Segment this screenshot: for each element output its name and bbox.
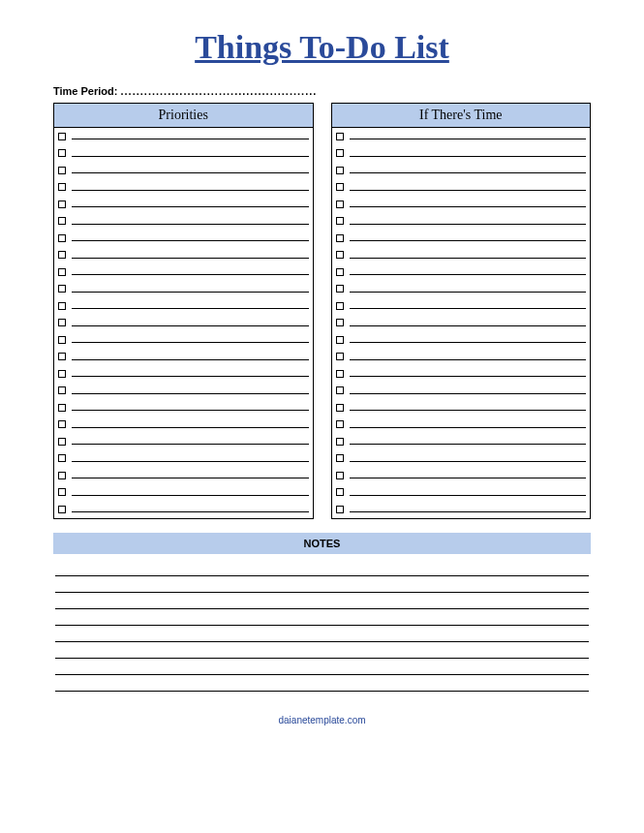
item-line[interactable] — [72, 444, 309, 445]
item-line[interactable] — [350, 427, 587, 428]
item-line[interactable] — [350, 325, 587, 326]
item-line[interactable] — [72, 393, 309, 394]
checkbox-icon[interactable] — [58, 285, 66, 293]
list-item[interactable] — [332, 162, 591, 179]
list-item[interactable] — [332, 450, 591, 468]
list-item[interactable] — [332, 467, 591, 484]
list-item[interactable] — [54, 281, 313, 298]
list-item[interactable] — [54, 213, 313, 231]
checkbox-icon[interactable] — [336, 336, 344, 344]
item-line[interactable] — [350, 292, 587, 293]
checkbox-icon[interactable] — [58, 217, 66, 225]
list-item[interactable] — [54, 247, 313, 264]
item-line[interactable] — [350, 139, 587, 139]
checkbox-icon[interactable] — [58, 370, 66, 378]
checkbox-icon[interactable] — [336, 319, 344, 326]
list-item[interactable] — [332, 263, 591, 281]
checkbox-icon[interactable] — [336, 420, 344, 428]
item-line[interactable] — [350, 478, 587, 478]
checkbox-icon[interactable] — [336, 217, 344, 225]
item-line[interactable] — [72, 342, 309, 343]
item-line[interactable] — [72, 139, 309, 139]
checkbox-icon[interactable] — [58, 404, 66, 412]
checkbox-icon[interactable] — [58, 336, 66, 344]
item-line[interactable] — [350, 342, 587, 343]
item-line[interactable] — [72, 478, 309, 478]
list-item[interactable] — [54, 484, 313, 502]
checkbox-icon[interactable] — [336, 438, 344, 446]
item-line[interactable] — [72, 240, 309, 241]
checkbox-icon[interactable] — [58, 386, 66, 394]
list-item[interactable] — [54, 383, 313, 400]
note-line[interactable] — [55, 675, 589, 692]
item-line[interactable] — [72, 292, 309, 293]
item-line[interactable] — [350, 172, 587, 173]
checkbox-icon[interactable] — [336, 183, 344, 191]
checkbox-icon[interactable] — [336, 302, 344, 310]
item-line[interactable] — [72, 461, 309, 462]
checkbox-icon[interactable] — [336, 506, 344, 513]
list-item[interactable] — [54, 433, 313, 450]
item-line[interactable] — [72, 308, 309, 309]
note-line[interactable] — [55, 593, 589, 609]
list-item[interactable] — [332, 484, 591, 502]
checkbox-icon[interactable] — [58, 353, 66, 360]
item-line[interactable] — [350, 495, 587, 496]
note-line[interactable] — [55, 642, 589, 659]
item-line[interactable] — [350, 359, 587, 360]
note-line[interactable] — [55, 560, 589, 576]
item-line[interactable] — [72, 172, 309, 173]
list-item[interactable] — [332, 213, 591, 231]
item-line[interactable] — [72, 190, 309, 191]
list-item[interactable] — [54, 349, 313, 366]
list-item[interactable] — [332, 128, 591, 145]
list-item[interactable] — [54, 297, 313, 315]
item-line[interactable] — [72, 410, 309, 411]
item-line[interactable] — [350, 511, 587, 512]
item-line[interactable] — [350, 444, 587, 445]
checkbox-icon[interactable] — [336, 353, 344, 360]
list-item[interactable] — [54, 162, 313, 179]
footer-link[interactable]: daianetemplate.com — [53, 715, 591, 725]
list-item[interactable] — [332, 315, 591, 332]
checkbox-icon[interactable] — [58, 454, 66, 462]
item-line[interactable] — [350, 308, 587, 309]
list-item[interactable] — [332, 247, 591, 264]
item-line[interactable] — [350, 258, 587, 259]
item-line[interactable] — [350, 206, 587, 207]
list-item[interactable] — [54, 416, 313, 434]
checkbox-icon[interactable] — [58, 302, 66, 310]
item-line[interactable] — [350, 461, 587, 462]
checkbox-icon[interactable] — [336, 285, 344, 293]
checkbox-icon[interactable] — [336, 472, 344, 479]
checkbox-icon[interactable] — [336, 370, 344, 378]
list-item[interactable] — [54, 501, 313, 518]
checkbox-icon[interactable] — [336, 149, 344, 157]
list-item[interactable] — [332, 297, 591, 315]
list-item[interactable] — [54, 331, 313, 349]
checkbox-icon[interactable] — [58, 234, 66, 242]
note-line[interactable] — [55, 609, 589, 626]
list-item[interactable] — [332, 230, 591, 247]
list-item[interactable] — [332, 501, 591, 518]
list-item[interactable] — [332, 433, 591, 450]
checkbox-icon[interactable] — [336, 133, 344, 140]
list-item[interactable] — [332, 331, 591, 349]
checkbox-icon[interactable] — [58, 319, 66, 326]
item-line[interactable] — [350, 190, 587, 191]
list-item[interactable] — [54, 365, 313, 383]
checkbox-icon[interactable] — [58, 268, 66, 276]
list-item[interactable] — [332, 365, 591, 383]
item-line[interactable] — [350, 240, 587, 241]
checkbox-icon[interactable] — [336, 234, 344, 242]
item-line[interactable] — [350, 393, 587, 394]
checkbox-icon[interactable] — [58, 183, 66, 191]
list-item[interactable] — [332, 179, 591, 197]
list-item[interactable] — [332, 196, 591, 213]
list-item[interactable] — [54, 179, 313, 197]
item-line[interactable] — [350, 376, 587, 377]
checkbox-icon[interactable] — [58, 201, 66, 208]
checkbox-icon[interactable] — [58, 506, 66, 513]
checkbox-icon[interactable] — [58, 149, 66, 157]
list-item[interactable] — [332, 281, 591, 298]
